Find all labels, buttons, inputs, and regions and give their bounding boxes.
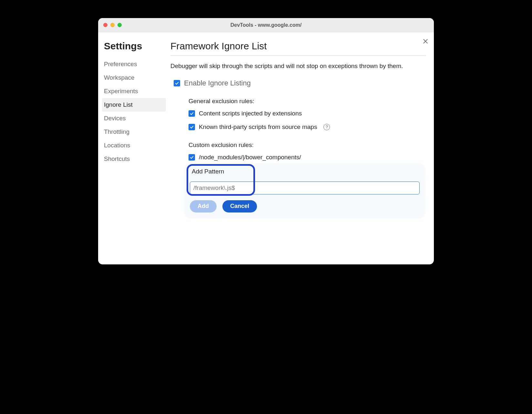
add-pattern-buttons: Add Cancel — [190, 200, 420, 212]
maximize-window-button[interactable] — [118, 23, 122, 27]
titlebar: DevTools - www.google.com/ — [98, 18, 434, 32]
general-rules-heading: General exclusion rules: — [189, 98, 426, 105]
check-icon — [175, 81, 179, 85]
rule-node-modules-row: /node_modules/|/bower_components/ — [189, 154, 426, 161]
cancel-button[interactable]: Cancel — [222, 200, 257, 212]
settings-body: Settings Preferences Workspace Experimen… — [98, 32, 434, 264]
add-pattern-block: Add Pattern Add Cancel — [185, 163, 425, 218]
settings-heading: Settings — [104, 41, 166, 52]
close-settings-button[interactable] — [422, 38, 429, 46]
settings-content: Framework Ignore List Debugger will skip… — [166, 32, 434, 257]
rule-content-scripts-checkbox[interactable] — [189, 110, 195, 117]
rule-content-scripts-row: Content scripts injected by extensions — [189, 110, 426, 117]
check-icon — [189, 155, 194, 160]
add-button[interactable]: Add — [190, 200, 217, 212]
rule-third-party-label: Known third-party scripts from source ma… — [199, 123, 317, 131]
page-title: Framework Ignore List — [170, 41, 426, 56]
check-icon — [189, 111, 194, 116]
sidebar-item-throttling[interactable]: Throttling — [102, 125, 166, 139]
traffic-lights — [103, 23, 122, 27]
sidebar-item-preferences[interactable]: Preferences — [102, 57, 166, 71]
close-window-button[interactable] — [103, 23, 107, 27]
sidebar-item-devices[interactable]: Devices — [102, 112, 166, 125]
sidebar-item-workspace[interactable]: Workspace — [102, 71, 166, 84]
rule-third-party-checkbox[interactable] — [189, 124, 195, 130]
enable-ignore-listing-label: Enable Ignore Listing — [184, 79, 251, 87]
window-title: DevTools - www.google.com/ — [98, 22, 434, 28]
custom-rules-section: Custom exclusion rules: /node_modules/|/… — [170, 142, 426, 218]
devtools-window: DevTools - www.google.com/ Settings Pref… — [98, 18, 434, 264]
add-pattern-label: Add Pattern — [192, 168, 420, 175]
rule-node-modules-label: /node_modules/|/bower_components/ — [199, 154, 301, 161]
help-icon[interactable]: ? — [323, 124, 330, 130]
minimize-window-button[interactable] — [110, 23, 115, 27]
sidebar-item-locations[interactable]: Locations — [102, 139, 166, 152]
enable-ignore-listing-checkbox[interactable] — [174, 80, 180, 86]
rule-third-party-row: Known third-party scripts from source ma… — [189, 123, 426, 131]
sidebar-item-shortcuts[interactable]: Shortcuts — [102, 152, 166, 166]
settings-sidebar: Settings Preferences Workspace Experimen… — [98, 32, 166, 257]
enable-ignore-listing-row: Enable Ignore Listing — [174, 79, 426, 87]
sidebar-item-ignore-list[interactable]: Ignore List — [102, 98, 166, 112]
close-icon — [422, 38, 429, 44]
check-icon — [189, 125, 194, 129]
page-description: Debugger will skip through the scripts a… — [170, 62, 426, 71]
rule-node-modules-checkbox[interactable] — [189, 154, 195, 161]
rule-content-scripts-label: Content scripts injected by extensions — [199, 110, 302, 117]
add-pattern-input[interactable] — [190, 182, 420, 194]
sidebar-item-experiments[interactable]: Experiments — [102, 84, 166, 98]
custom-rules-heading: Custom exclusion rules: — [189, 142, 426, 149]
